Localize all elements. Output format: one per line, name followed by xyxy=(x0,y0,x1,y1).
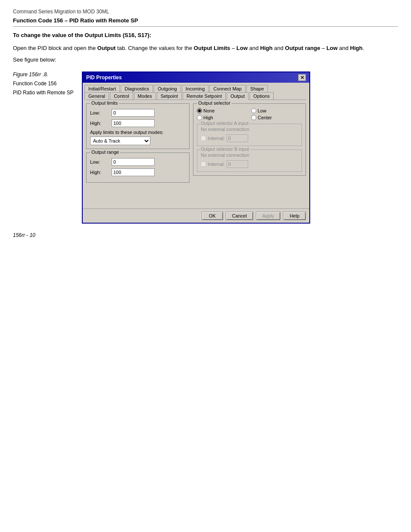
apply-button[interactable]: Apply xyxy=(256,212,281,220)
output-selector-title: Output selector xyxy=(197,100,232,106)
tab-row-2: General Control Modes Setpoint Remote Se… xyxy=(84,92,308,100)
selector-a-checkbox[interactable] xyxy=(201,136,206,141)
low-field-row: Low: xyxy=(90,109,186,117)
caption-line2: PID Ratio with Remote SP xyxy=(13,89,78,96)
selector-a-internal-input[interactable] xyxy=(227,134,248,142)
tab-remote-setpoint[interactable]: Remote Setpoint xyxy=(183,92,226,100)
caption-line1: Function Code 156 xyxy=(13,80,78,87)
low-input[interactable] xyxy=(112,109,155,117)
selector-a-title: Output selector A input xyxy=(200,121,249,126)
spacer xyxy=(86,186,306,203)
output-range-group: Output range Low: High: xyxy=(86,152,190,183)
dialog-window: PID Properties ✕ Initial/Restart Diagnos… xyxy=(82,72,310,224)
output-selector-group: Output selector None Low xyxy=(193,103,306,176)
radio-none-input[interactable] xyxy=(197,108,202,113)
low-label: Low: xyxy=(90,110,112,115)
right-panel: Output selector None Low xyxy=(193,103,306,186)
high-field-row: High: xyxy=(90,119,186,127)
range-high-input[interactable] xyxy=(112,168,155,176)
instruction-paragraph: To change the value of the Output Limits… xyxy=(13,31,398,40)
selector-b-group: Output selector B input No external conn… xyxy=(197,149,302,172)
tab-setpoint[interactable]: Setpoint xyxy=(157,92,182,100)
tab-outgoing[interactable]: Outgoing xyxy=(154,85,181,92)
output-limits-title: Output limits xyxy=(90,100,119,106)
tab-row-1: Initial/Restart Diagnostics Outgoing Inc… xyxy=(84,84,308,92)
tab-modes[interactable]: Modes xyxy=(134,92,156,100)
tab-general[interactable]: General xyxy=(84,92,109,100)
output-limits-group: Output limits Low: High: Apply limits to… xyxy=(86,103,190,149)
tab-shape[interactable]: Shape xyxy=(246,85,268,92)
tab-options[interactable]: Options xyxy=(249,92,274,100)
range-high-field-row: High: xyxy=(90,168,186,176)
radio-center-label: Center xyxy=(258,115,272,120)
cancel-button[interactable]: Cancel xyxy=(226,212,253,220)
radio-none-label: None xyxy=(203,108,215,113)
see-figure-text: See figure below: xyxy=(13,56,398,63)
output-modes-dropdown[interactable]: Auto & Track xyxy=(90,137,150,145)
range-low-label: Low: xyxy=(90,159,112,165)
page-footer: 156rr - 10 xyxy=(13,232,398,238)
dialog-title: PID Properties xyxy=(86,75,122,81)
radio-center-item: Center xyxy=(251,115,302,120)
left-panel: Output limits Low: High: Apply limits to… xyxy=(86,103,190,186)
page-container: Command Series Migration to MOD 30ML Fun… xyxy=(0,0,411,247)
tab-diagnostics[interactable]: Diagnostics xyxy=(121,85,153,92)
help-button[interactable]: Help xyxy=(283,212,306,220)
page-number: 156rr - 10 xyxy=(13,232,35,238)
selector-b-internal-row: Internal: xyxy=(201,160,298,168)
range-low-input[interactable] xyxy=(112,158,155,166)
selector-a-group: Output selector A input No external conn… xyxy=(197,124,302,146)
selector-b-no-ext: No external connection xyxy=(201,152,298,158)
content-area: Figure 156rr .8. Function Code 156 PID R… xyxy=(13,72,398,224)
selector-b-title: Output selector B input xyxy=(200,146,250,152)
section-title: Function Code 156 – PID Ratio with Remot… xyxy=(13,17,398,27)
tab-control[interactable]: Control xyxy=(110,92,133,100)
instruction-title: To change the value of the Output Limits… xyxy=(13,32,151,38)
tab-connect-map[interactable]: Connect Map xyxy=(209,85,245,92)
main-content: To change the value of the Output Limits… xyxy=(13,31,398,224)
selector-b-internal-input[interactable] xyxy=(227,160,248,168)
tab-incoming[interactable]: Incoming xyxy=(182,85,209,92)
dialog-tabs: Initial/Restart Diagnostics Outgoing Inc… xyxy=(83,83,309,100)
radio-low-item: Low xyxy=(251,108,302,113)
breadcrumb: Command Series Migration to MOD 30ML xyxy=(13,9,398,15)
dialog-buttons: OK Cancel Apply Help xyxy=(83,208,309,223)
selector-a-internal-label: Internal: xyxy=(208,136,225,141)
instruction-detail: Open the PID block and open the Output t… xyxy=(13,44,398,53)
radio-low-input[interactable] xyxy=(251,108,256,113)
tab-output[interactable]: Output xyxy=(227,92,249,100)
radio-center-input[interactable] xyxy=(251,115,256,120)
selector-b-internal-label: Internal: xyxy=(208,162,225,167)
radio-low-label: Low xyxy=(258,108,266,113)
ok-button[interactable]: OK xyxy=(202,212,223,220)
selector-b-checkbox[interactable] xyxy=(201,162,206,167)
range-low-field-row: Low: xyxy=(90,158,186,166)
dialog-titlebar: PID Properties ✕ xyxy=(83,72,309,83)
radio-high-input[interactable] xyxy=(197,115,202,120)
dialog-content-row: Output limits Low: High: Apply limits to… xyxy=(86,103,306,186)
tab-initial-restart[interactable]: Initial/Restart xyxy=(84,85,120,92)
radio-none-item: None xyxy=(197,108,248,113)
selector-a-internal-row: Internal: xyxy=(201,134,298,142)
selector-a-no-ext: No external connection xyxy=(201,127,298,132)
figure-label: Figure 156rr .8. xyxy=(13,72,78,78)
left-sidebar: Figure 156rr .8. Function Code 156 PID R… xyxy=(13,72,82,224)
dropdown-row: Auto & Track xyxy=(90,137,186,145)
high-label: High: xyxy=(90,121,112,126)
close-button[interactable]: ✕ xyxy=(298,74,306,81)
radio-high-label: High xyxy=(203,115,213,120)
radio-grid: None Low High xyxy=(197,106,302,120)
tab-separator xyxy=(86,100,306,100)
radio-high-item: High xyxy=(197,115,248,120)
range-high-label: High: xyxy=(90,170,112,175)
output-range-title: Output range xyxy=(90,149,120,155)
high-input[interactable] xyxy=(112,119,155,127)
apply-limits-text: Apply limits to these output modes: xyxy=(90,130,186,135)
dialog-body: Output limits Low: High: Apply limits to… xyxy=(83,100,309,207)
